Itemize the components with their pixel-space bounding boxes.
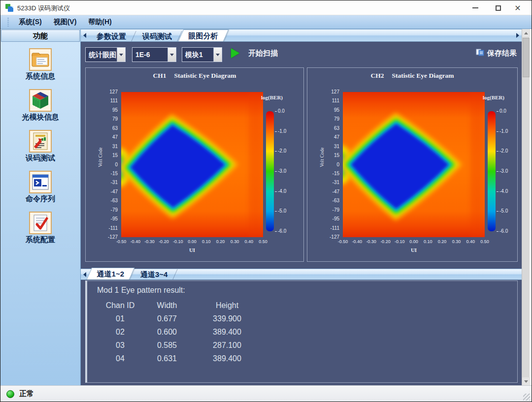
tick-label: 15: [323, 153, 339, 158]
chevron-left-icon: [83, 272, 86, 277]
results-title: Mod 1 Eye pattern result:: [97, 286, 517, 295]
results-rows: 010.677339.900020.600389.400030.585287.1…: [94, 312, 517, 365]
tab[interactable]: 参数设置: [87, 31, 136, 41]
tick-label: 0.30: [227, 239, 242, 244]
minimize-button[interactable]: [465, 0, 486, 15]
tick-label: 127: [101, 89, 118, 94]
sidebar-item-system-config[interactable]: 系统配置: [0, 212, 80, 252]
tick-label: -6.0: [497, 228, 508, 234]
status-ok-icon: [6, 390, 14, 398]
tick-label: -6.0: [275, 228, 286, 234]
menu-item[interactable]: 帮助(H): [82, 16, 117, 28]
toolbar: 统计眼图 1E-6 模块1 开始扫描 保存结果: [81, 42, 522, 67]
tick-label: 0: [101, 162, 118, 167]
column-header: Chan ID: [94, 299, 146, 312]
tick-label: 47: [323, 134, 339, 140]
tab[interactable]: 眼图分析: [178, 30, 229, 41]
dropdown-arrow-button[interactable]: [167, 48, 176, 62]
menu-item[interactable]: 系统(S): [13, 16, 48, 28]
scrollbar-thumb[interactable]: [523, 38, 530, 77]
chevron-up-icon: [524, 32, 528, 34]
save-results-button[interactable]: 保存结果: [476, 49, 517, 58]
tick-label: -2.0: [275, 148, 286, 154]
menu-bar: 系统(S)视图(V)帮助(H): [0, 15, 532, 29]
table-cell: 03: [94, 339, 146, 352]
tick-label: 0: [323, 162, 339, 167]
tick-label: -0.20: [156, 239, 171, 244]
system-config-icon: [29, 212, 52, 234]
tick-label: 31: [323, 144, 339, 149]
tick-label: 15: [101, 153, 118, 158]
eye-type-select[interactable]: 统计眼图: [85, 47, 126, 62]
x-axis-ticks: -0.50-0.40-0.30-0.20-0.100.000.100.200.3…: [343, 239, 485, 245]
chevron-right-icon: [516, 33, 519, 38]
tick-label: 0.20: [213, 239, 229, 244]
tick-label: -1.0: [497, 128, 508, 134]
tick-label: -79: [101, 207, 118, 213]
colorbar: [266, 111, 274, 231]
vertical-scrollbar[interactable]: [522, 29, 530, 385]
close-button[interactable]: ✕: [507, 0, 529, 15]
tick-label: -47: [323, 189, 339, 194]
app-window: 5233D 误码测试仪 ✕ 系统(S)视图(V)帮助(H) 功能 系统信息 光模…: [0, 0, 532, 402]
eye-diagram-heatmap: [343, 92, 485, 237]
maximize-button[interactable]: [487, 0, 509, 15]
ber-test-icon: [29, 130, 52, 153]
scroll-down-button[interactable]: [522, 377, 530, 385]
tick-label: 0.0: [497, 108, 506, 114]
tick-label: -5.0: [275, 208, 286, 214]
tick-label: -1.0: [275, 128, 286, 134]
colorbar-ticks: 0.0-1.0-2.0-3.0-4.0-5.0-6.0: [275, 111, 295, 231]
table-cell: 04: [94, 352, 146, 365]
tick-label: 47: [101, 134, 118, 140]
table-cell: 01: [94, 312, 146, 325]
chevron-down-icon: [216, 54, 220, 56]
menu-item[interactable]: 视图(V): [48, 16, 83, 28]
tab[interactable]: 通道3~4: [131, 269, 178, 279]
optical-module-icon: [29, 89, 52, 112]
top-tab-strip: 参数设置误码测试眼图分析: [81, 29, 522, 42]
tick-label: 0.00: [406, 239, 422, 244]
chevron-left-icon: [83, 33, 86, 38]
tick-label: 0.00: [184, 239, 200, 244]
dropdown-arrow-button[interactable]: [213, 48, 222, 62]
sidebar-item-command-sequence[interactable]: 命令序列: [0, 171, 80, 212]
resize-grip[interactable]: [523, 394, 530, 401]
column-header: Height: [188, 299, 266, 312]
top-tab-strip-tabs: 参数设置误码测试眼图分析: [89, 30, 227, 41]
tab[interactable]: 误码测试: [133, 31, 182, 41]
start-scan-button[interactable]: 开始扫描: [231, 48, 278, 58]
column-header: Width: [146, 299, 188, 312]
tick-label: 0.50: [255, 239, 271, 244]
sidebar-items: 系统信息 光模块信息 误码测试 命令序列 系统配置: [0, 42, 80, 252]
sidebar-header: 功能: [1, 30, 80, 42]
chevron-down-icon: [524, 380, 528, 383]
tick-label: -0.10: [392, 239, 407, 244]
module-select[interactable]: 模块1: [182, 47, 222, 62]
menu-grip: [7, 18, 9, 27]
sidebar-item-ber-test[interactable]: 误码测试: [0, 130, 80, 171]
bottom-tab-strip: 通道1~2通道3~4: [81, 269, 522, 280]
tick-label: -0.30: [364, 239, 379, 244]
tick-label: 0.20: [434, 239, 450, 244]
tick-label: 0.30: [448, 239, 464, 244]
tick-label: -63: [323, 198, 339, 203]
tick-label: -0.30: [142, 239, 158, 244]
scroll-up-button[interactable]: [522, 29, 530, 37]
tick-label: -111: [101, 225, 118, 231]
tab-scroll-right-button[interactable]: [514, 30, 522, 41]
dropdown-arrow-button[interactable]: [117, 48, 125, 62]
chart-title: CH2Statistic Eye Diagram: [307, 72, 517, 80]
tick-label: 63: [323, 125, 339, 131]
tick-label: 111: [101, 98, 118, 103]
tick-label: -15: [101, 171, 118, 176]
table-row: 040.631389.400: [94, 352, 517, 365]
sidebar-item-system-info[interactable]: 系统信息: [0, 48, 80, 89]
app-icon: [5, 3, 14, 12]
tab[interactable]: 通道1~2: [87, 268, 135, 279]
tick-label: 127: [323, 89, 339, 94]
ber-threshold-select[interactable]: 1E-6: [132, 47, 176, 62]
sidebar-item-optical-module[interactable]: 光模块信息: [0, 89, 80, 130]
tick-label: -95: [101, 216, 118, 221]
eye-diagram-panel-ch1: CH1Statistic Eye Diagram Volt Code 12711…: [85, 67, 304, 262]
